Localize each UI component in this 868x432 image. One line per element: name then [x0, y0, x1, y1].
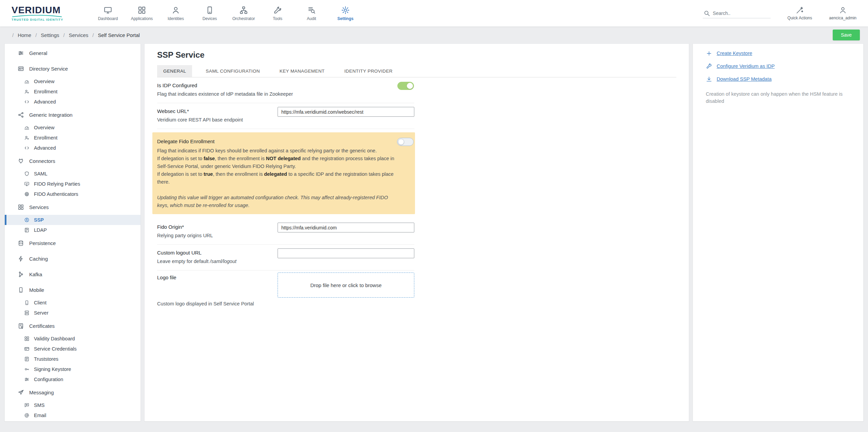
identities-icon — [171, 6, 180, 15]
crumb-settings: / Settings — [31, 32, 59, 38]
sidebar-item-service-credentials[interactable]: Service Credentials — [5, 344, 140, 354]
breadcrumb-link[interactable]: Settings — [41, 32, 59, 38]
breadcrumb-separator: / — [12, 32, 14, 38]
delegate-fido-description: Flag that indicates if FIDO keys should … — [157, 147, 408, 209]
top-bar: VERIDIUM TRUSTED DIGITAL IDENTITY Dashbo… — [0, 0, 868, 26]
sidebar-item-directory-service[interactable]: Directory Service — [5, 61, 140, 76]
custom-logout-url-input[interactable] — [278, 248, 414, 258]
sidebar-item-certificates[interactable]: Certificates — [5, 318, 140, 334]
nav-item-settings[interactable]: Settings — [328, 0, 362, 26]
tab-general[interactable]: GENERAL — [157, 65, 192, 77]
nav-item-applications[interactable]: Applications — [125, 0, 159, 26]
orchestrator-icon — [239, 6, 248, 15]
sidebar-item-mobile[interactable]: Mobile — [5, 282, 140, 298]
tab-key-management[interactable]: KEY MANAGEMENT — [273, 65, 331, 77]
enrollment-icon — [24, 89, 30, 94]
settings-sidebar: General Directory Service Overview Enrol… — [4, 43, 141, 421]
breadcrumb-link[interactable]: Home — [18, 32, 31, 38]
sidebar-item-ldap[interactable]: LDAP — [5, 225, 140, 235]
generic-integration-icon — [18, 112, 24, 118]
fido-origin-input[interactable] — [278, 223, 414, 232]
applications-icon — [137, 6, 146, 15]
is-idp-configured-toggle[interactable] — [397, 82, 414, 90]
search-input[interactable] — [713, 11, 767, 16]
ssp-general-form: Is IDP Configured Flag that indicates ex… — [157, 77, 414, 310]
websec-url-input[interactable] — [278, 107, 414, 117]
sidebar-item-general[interactable]: General — [5, 45, 140, 61]
connectors-icon — [18, 158, 24, 164]
sidebar-item-validity-dashboard[interactable]: Validity Dashboard — [5, 334, 140, 344]
breadcrumb: / Home / Settings / Services / Self Serv… — [8, 32, 140, 38]
delegate-fido-enrollment-toggle[interactable] — [397, 138, 414, 146]
field-description: Flag that indicates existence of IdP met… — [157, 91, 414, 97]
saml-icon — [24, 171, 30, 176]
sidebar-item-kafka[interactable]: Kafka — [5, 266, 140, 282]
sidebar-item-enrollment[interactable]: Enrollment — [5, 133, 140, 143]
sidebar-item-email[interactable]: Email — [5, 410, 140, 420]
sidebar-item-caching[interactable]: Caching — [5, 251, 140, 266]
breadcrumb-bar: / Home / Settings / Services / Self Serv… — [0, 26, 868, 43]
sidebar-item-overview[interactable]: Overview — [5, 76, 140, 87]
breadcrumb-link[interactable]: Self Service Portal — [98, 32, 139, 38]
quick-actions-button[interactable]: Quick Actions — [788, 6, 812, 20]
user-menu[interactable]: aencica_admin — [829, 6, 856, 20]
save-button[interactable]: Save — [833, 30, 860, 40]
sidebar-item-saml[interactable]: SAML — [5, 169, 140, 179]
sidebar-item-connectors[interactable]: Connectors — [5, 153, 140, 169]
sidebar-item-services[interactable]: Services — [5, 199, 140, 215]
field-is-idp-configured: Is IDP Configured Flag that indicates ex… — [157, 77, 414, 103]
field-description: Leave empty for default /saml/logout — [157, 259, 414, 264]
sidebar-item-ssp[interactable]: SSP — [5, 215, 140, 225]
actions-list: Create Keystore Configure Veridium as ID… — [706, 49, 850, 83]
sidebar-item-overview[interactable]: Overview — [5, 123, 140, 133]
enrollment-icon — [24, 135, 30, 140]
search-icon — [703, 10, 710, 17]
page-title: SSP Service — [157, 51, 676, 59]
keystore-note: Creation of keystore can only happen whe… — [706, 91, 850, 105]
devices-icon — [205, 6, 214, 15]
sidebar-item-advanced[interactable]: Advanced — [5, 97, 140, 107]
action-link-download-ssp-metadata[interactable]: Download SSP Metadata — [706, 75, 850, 83]
sidebar-item-messaging[interactable]: Messaging — [5, 384, 140, 400]
field-logo-file: Logo file Drop file here or click to bro… — [157, 270, 414, 310]
veridium-logo[interactable]: VERIDIUM TRUSTED DIGITAL IDENTITY — [12, 5, 69, 21]
sidebar-item-client[interactable]: Client — [5, 298, 140, 308]
sms-icon — [24, 402, 30, 408]
persistence-icon — [18, 240, 24, 246]
field-description: Custom logo displayed in Self Service Po… — [157, 301, 414, 306]
sidebar-item-server[interactable]: Server — [5, 308, 140, 318]
sidebar-item-configuration[interactable]: Configuration — [5, 374, 140, 384]
sidebar-item-enrollment[interactable]: Enrollment — [5, 87, 140, 97]
nav-item-tools[interactable]: Tools — [261, 0, 295, 26]
sidebar-item-persistence[interactable]: Persistence — [5, 235, 140, 251]
tab-identity-provider[interactable]: IDENTITY PROVIDER — [338, 65, 399, 77]
nav-item-identities[interactable]: Identities — [159, 0, 193, 26]
sidebar-item-fido-authenticators[interactable]: FIDO Authenticators — [5, 189, 140, 199]
advanced-icon — [24, 99, 30, 105]
nav-item-devices[interactable]: Devices — [193, 0, 227, 26]
crumb-self-service-portal: / Self Service Portal — [88, 32, 140, 38]
sidebar-item-fido-relying-parties[interactable]: FIDO Relying Parties — [5, 179, 140, 189]
sidebar-item-sms[interactable]: SMS — [5, 400, 140, 410]
action-link-create-keystore[interactable]: Create Keystore — [706, 49, 850, 57]
sidebar-item-signing-keystore[interactable]: Signing Keystore — [5, 364, 140, 374]
breadcrumb-link[interactable]: Services — [69, 32, 89, 38]
logo-dropzone[interactable]: Drop file here or click to browse — [278, 273, 414, 298]
breadcrumb-separator: / — [63, 32, 65, 38]
nav-item-dashboard[interactable]: Dashboard — [91, 0, 125, 26]
validity-dashboard-icon — [24, 336, 30, 341]
action-link-configure-veridium-as-idp[interactable]: Configure Veridium as IDP — [706, 62, 850, 70]
search-box — [703, 8, 771, 18]
sidebar-item-truststores[interactable]: Truststores — [5, 354, 140, 364]
sidebar-item-generic-integration[interactable]: Generic Integration — [5, 107, 140, 123]
sidebar-item-advanced[interactable]: Advanced — [5, 143, 140, 153]
field-description: Veridium core REST API base endpoint — [157, 117, 414, 123]
content-area: General Directory Service Overview Enrol… — [0, 43, 868, 421]
nav-item-orchestrator[interactable]: Orchestrator — [227, 0, 261, 26]
overview-icon — [24, 125, 30, 130]
quick-actions-label: Quick Actions — [788, 16, 812, 20]
nav-item-audit[interactable]: Audit — [295, 0, 328, 26]
tab-saml-configuration[interactable]: SAML CONFIGURATION — [200, 65, 266, 77]
fido-authenticators-icon — [24, 191, 30, 197]
certificates-icon — [18, 323, 24, 329]
